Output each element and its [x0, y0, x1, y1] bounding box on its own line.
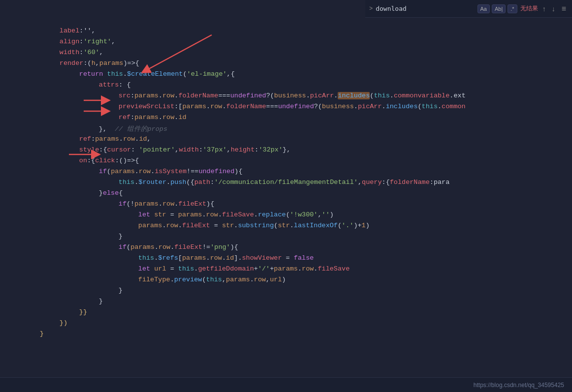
code-line: width:'60',	[0, 41, 572, 52]
search-down-button[interactable]: ↓	[550, 4, 557, 14]
code-line: on:{click:()=>{	[0, 150, 572, 160]
whole-word-button[interactable]: Ab|	[492, 4, 506, 13]
code-line: previewSrcList:[params.row.folderName===…	[0, 95, 572, 106]
search-up-button[interactable]: ↑	[541, 4, 547, 14]
regex-button[interactable]: .*	[508, 4, 517, 13]
search-bar: > download Aa Ab| .* 无结果 ↑ ↓ ≡	[365, 0, 572, 18]
code-line: let str = params.row.fileSave.replace('!…	[0, 204, 572, 214]
code-line: }, // 组件的props	[0, 117, 572, 128]
code-line: return this.$createElement('el-image',{	[0, 63, 572, 74]
code-line: }else{	[0, 182, 572, 193]
status-bar: https://blog.csdn.net/qq_34595425	[0, 377, 572, 392]
code-line: }	[0, 279, 572, 290]
code-container: label:'', align:'right', width:'60', ren…	[0, 0, 572, 377]
code-line: src:params.row.folderName===undefined?(b…	[0, 85, 572, 95]
code-line: if(params.row.fileExt!='png'){	[0, 236, 572, 247]
code-line: }	[0, 323, 572, 333]
code-line: ref:params.row.id,	[0, 128, 572, 139]
code-line: }}	[0, 301, 572, 312]
code-line: }	[0, 290, 572, 301]
status-url: https://blog.csdn.net/qq_34595425	[474, 382, 564, 389]
code-line: label:'',	[0, 20, 572, 30]
code-line: style:{cursor: 'pointer',width:'37px',he…	[0, 139, 572, 150]
code-line: this.$refs[params.row.id].showViewer = f…	[0, 247, 572, 258]
code-line: fileType.preview(this,params.row,url)	[0, 269, 572, 279]
code-line: this.$router.push({path:'/communication/…	[0, 171, 572, 182]
code-line: ref:params.row.id	[0, 106, 572, 117]
code-line: if(!params.row.fileExt){	[0, 193, 572, 204]
code-line: let url = this.getfileDdomain+'/'+params…	[0, 258, 572, 269]
code-line: render:(h,params)=>{	[0, 52, 572, 63]
search-no-result: 无结果	[520, 4, 538, 13]
code-line: }	[0, 225, 572, 236]
search-chevron-icon: >	[369, 5, 373, 12]
code-line: if(params.row.isSystem!==undefined){	[0, 160, 572, 171]
code-line: attrs: {	[0, 74, 572, 85]
code-line: align:'right',	[0, 30, 572, 41]
line-content: }	[0, 323, 564, 345]
search-input[interactable]: download	[376, 5, 474, 12]
match-case-button[interactable]: Aa	[477, 4, 490, 13]
code-line: params.row.fileExt = str.substring(str.l…	[0, 214, 572, 225]
search-menu-button[interactable]: ≡	[560, 3, 568, 14]
code-lines: label:'', align:'right', width:'60', ren…	[0, 18, 572, 335]
code-line: })	[0, 312, 572, 323]
search-options: Aa Ab| .*	[477, 4, 517, 13]
